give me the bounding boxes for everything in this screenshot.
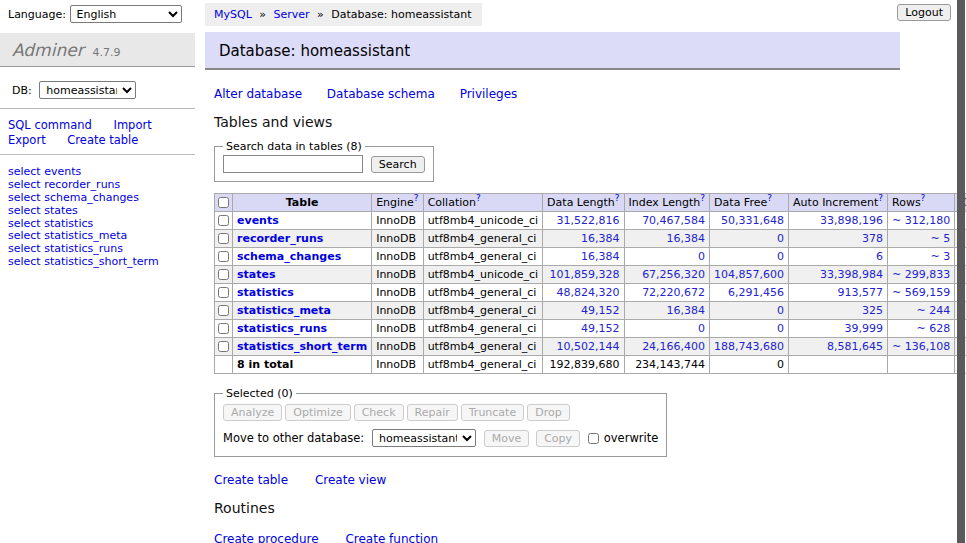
sidebar-link-sql-command[interactable]: SQL command [8,118,92,132]
rows-count-link[interactable]: ~ 3 [930,250,950,263]
cell-engine: InnoDB [372,320,423,338]
db-label: DB: [12,84,32,97]
move-row: Move to other database: homeassistant Mo… [223,429,658,447]
analyze-button[interactable]: Analyze [223,404,282,421]
table-name-cell: recorder_runs [233,230,372,248]
table-name-cell: statistics_meta [233,302,372,320]
row-checkbox-cell [215,338,233,356]
table-name-link[interactable]: statistics_meta [237,304,331,317]
move-database-select[interactable]: homeassistant [372,429,476,447]
move-button[interactable]: Move [484,430,530,447]
table-name-link[interactable]: events [237,214,279,227]
column-help-link[interactable]: ? [921,194,926,204]
copy-button[interactable]: Copy [536,430,580,447]
cell-rows: ~ 628 [888,320,955,338]
sidebar-link-import[interactable]: Import [113,118,151,132]
cell-data_length: 16,384 [543,230,624,248]
sidebar-link-create-table[interactable]: Create table [67,133,138,147]
cell-index_length: 67,256,320 [624,266,710,284]
create-procedure-link[interactable]: Create procedure [214,532,319,543]
cell-collation: utf8mb4_unicode_ci [423,266,542,284]
breadcrumb-server-link[interactable]: Server [274,8,310,21]
rows-count-link[interactable]: ~ 244 [916,304,950,317]
privileges-link[interactable]: Privileges [460,87,518,101]
cell-rows: ~ 3 [888,248,955,266]
cell-rows: ~ 5 [888,230,955,248]
row-checkbox[interactable] [218,341,229,352]
column-help-link[interactable]: ? [878,194,883,204]
column-help-link[interactable]: ? [767,194,772,204]
row-checkbox[interactable] [218,251,229,262]
table-row: statistics_metaInnoDButf8mb4_general_ci4… [215,302,966,320]
table-name-link[interactable]: statistics_short_term [237,340,367,353]
table-name-link[interactable]: states [237,268,276,281]
row-checkbox[interactable] [218,305,229,316]
rows-count-link[interactable]: ~ 628 [916,322,950,335]
table-header-cell [215,194,233,212]
row-checkbox[interactable] [218,323,229,334]
sidebar-select-link[interactable]: select states [8,205,195,218]
cell-engine: InnoDB [372,284,423,302]
column-help-link[interactable]: ? [414,194,419,204]
overwrite-checkbox[interactable] [588,433,599,444]
page-title: Database: homeassistant [205,32,900,70]
table-name-cell: statistics_runs [233,320,372,338]
create-table-link[interactable]: Create table [214,473,288,487]
cell-auto_increment: 33,898,196 [789,212,888,230]
create-view-link[interactable]: Create view [315,473,386,487]
table-name-link[interactable]: statistics_runs [237,322,327,335]
row-checkbox[interactable] [218,215,229,226]
sidebar-link-export[interactable]: Export [8,133,46,147]
logout-button[interactable]: Logout [897,4,951,21]
rows-count-link[interactable]: ~ 136,108 [892,340,950,353]
rows-count-link[interactable]: ~ 299,833 [892,268,950,281]
database-schema-link[interactable]: Database schema [327,87,435,101]
truncate-button[interactable]: Truncate [461,404,524,421]
search-fieldset: Search data in tables (8) Search [214,140,434,182]
row-checkbox[interactable] [218,269,229,280]
sidebar-select-link[interactable]: select statistics_short_term [8,256,195,269]
table-row: statistics_short_termInnoDButf8mb4_gener… [215,338,966,356]
vertical-scrollbar[interactable] [957,0,965,543]
column-header-table: Table [233,194,372,212]
table-name-link[interactable]: recorder_runs [237,232,323,245]
footer-cell-data_free: 0 [710,356,789,374]
rows-count-link[interactable]: ~ 312,180 [892,214,950,227]
sidebar-select-link[interactable]: select schema_changes [8,192,195,205]
column-help-link[interactable]: ? [615,194,620,204]
cell-index_length: 0 [624,248,710,266]
cell-data_length: 49,152 [543,320,624,338]
row-checkbox[interactable] [218,287,229,298]
table-name-link[interactable]: statistics [237,286,294,299]
drop-button[interactable]: Drop [527,404,569,421]
optimize-button[interactable]: Optimize [285,404,350,421]
cell-index_length: 70,467,584 [624,212,710,230]
footer-empty-cell [215,356,233,374]
breadcrumb-mysql-link[interactable]: MySQL [214,8,252,21]
create-function-link[interactable]: Create function [345,532,438,543]
table-row: statistics_runsInnoDButf8mb4_general_ci4… [215,320,966,338]
language-select[interactable]: English [70,5,182,23]
sidebar-table-links: select eventsselect recorder_runsselect … [0,160,195,268]
search-input[interactable] [223,155,363,173]
repair-button[interactable]: Repair [407,404,458,421]
app-name: Adminer [12,40,84,60]
rows-count-link[interactable]: ~ 569,159 [892,286,950,299]
table-name-cell: schema_changes [233,248,372,266]
check-button[interactable]: Check [354,404,404,421]
column-help-link[interactable]: ? [700,194,705,204]
cell-data_free: 6,291,456 [710,284,789,302]
sidebar: Language: English Adminer 4.7.9 DB: home… [0,0,195,269]
table-row: statesInnoDButf8mb4_unicode_ci101,859,32… [215,266,966,284]
footer-cell-data_length: 192,839,680 [543,356,624,374]
rows-count-link[interactable]: ~ 5 [930,232,950,245]
search-button[interactable]: Search [371,156,425,173]
alter-database-link[interactable]: Alter database [214,87,302,101]
language-label: Language: [8,8,66,21]
table-name-link[interactable]: schema_changes [237,250,341,263]
row-checkbox[interactable] [218,233,229,244]
footer-cell-index_length: 234,143,744 [624,356,710,374]
db-select[interactable]: homeassistant [39,81,136,99]
select-all-checkbox[interactable] [218,197,229,208]
column-help-link[interactable]: ? [476,194,481,204]
